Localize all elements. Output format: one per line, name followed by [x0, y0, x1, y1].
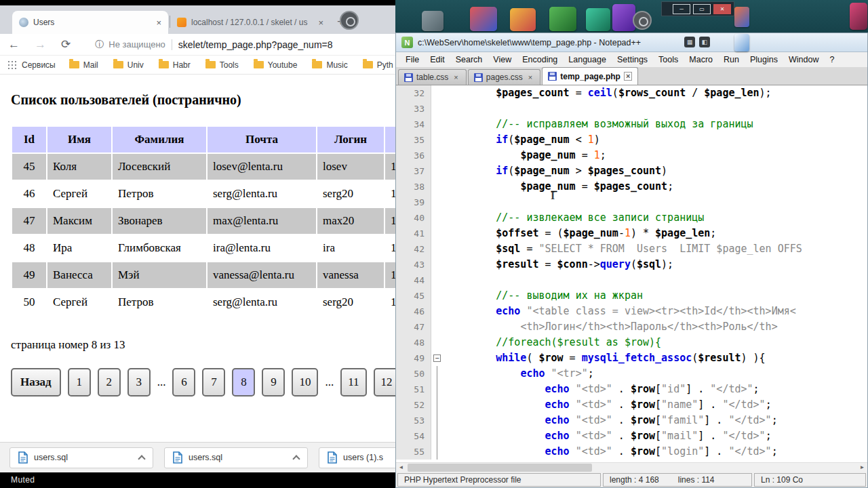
notepadpp-titlebar[interactable]: N c:\WebServ\home\skelet\www\temp_page.p…	[396, 33, 867, 52]
bookmark-folder[interactable]: Youtube	[254, 60, 298, 70]
pagination-page-button[interactable]: 9	[262, 368, 285, 396]
code-line[interactable]: 40 //-- извлекаем все записи страницы	[396, 210, 867, 226]
bookmark-folder[interactable]: Tools	[205, 60, 239, 70]
pagination-back-button[interactable]: Назад	[11, 368, 61, 396]
bookmark-folder[interactable]: Mail	[69, 60, 98, 70]
bookmark-folder[interactable]: Univ	[113, 60, 144, 70]
code-line[interactable]: 36 $page_num = 1;	[396, 148, 867, 163]
chevron-up-icon[interactable]	[292, 455, 300, 462]
browser-tab-phpmyadmin[interactable]: localhost / 127.0.0.1 / skelet / us ×	[170, 11, 330, 34]
code-line[interactable]: 32 $pages_count = ceil($rows_count / $pa…	[396, 85, 867, 101]
code-line[interactable]: 33	[396, 101, 867, 117]
minimize-button[interactable]: ─	[673, 4, 690, 14]
code-line[interactable]: 39	[396, 195, 867, 210]
scroll-left-icon[interactable]: ◄	[396, 463, 406, 472]
bookmark-folder[interactable]: Music	[312, 60, 347, 70]
overlay-toolbar-icon-1[interactable]: ▦	[684, 37, 695, 47]
tab-close-icon[interactable]: ×	[156, 18, 161, 27]
bookmark-folder[interactable]: Pyth	[363, 60, 393, 70]
reload-icon[interactable]: ⟳	[61, 37, 71, 52]
maximize-button[interactable]: ▭	[693, 4, 711, 14]
code-editor[interactable]: 32 $pages_count = ceil($rows_count / $pa…	[396, 85, 867, 462]
pagination-page-button[interactable]: 8	[232, 368, 255, 396]
menu-view[interactable]: View	[488, 54, 517, 66]
code-line[interactable]: 45 //-- выводим их на жкран	[396, 288, 867, 304]
code-line[interactable]: 43 $result = $conn->query($sql);	[396, 257, 867, 272]
menu-encoding[interactable]: Encoding	[517, 54, 563, 66]
security-label[interactable]: Не защищено	[108, 39, 165, 49]
pagination-page-button[interactable]: 6	[172, 368, 195, 396]
pagination-page-button[interactable]: 2	[98, 368, 121, 396]
horizontal-scrollbar[interactable]: ◄ ►	[396, 462, 867, 472]
download-item[interactable]: users.sql	[9, 447, 153, 468]
editor-tab[interactable]: temp_page.php×	[542, 67, 638, 85]
fold-collapse-icon[interactable]: −	[433, 354, 441, 362]
code-line[interactable]: 51 echo "<td>" . $row["id"] . "</td>";	[396, 382, 867, 397]
code-line[interactable]: 52 echo "<td>" . $row["name"] . "</td>";	[396, 397, 867, 413]
close-button[interactable]: ✕	[713, 4, 731, 14]
url-text[interactable]: skelet/temp_page.php?page_num=8	[178, 39, 333, 50]
menu-run[interactable]: Run	[718, 54, 745, 66]
code-line[interactable]: 42 $sql = "SELECT * FROM Users LIMIT $pa…	[396, 241, 867, 257]
menu-window[interactable]: Window	[783, 54, 824, 66]
code-line[interactable]: 38 $page_num = $pages_count;	[396, 179, 867, 195]
scrollbar-thumb[interactable]	[408, 464, 592, 472]
code-line[interactable]: 50 echo "<tr>";	[396, 366, 867, 382]
pagination-page-button[interactable]: 7	[202, 368, 225, 396]
code-line[interactable]: 55 echo "<td>" . $row["login"] . "</td>"…	[396, 444, 867, 460]
menu-macro[interactable]: Macro	[684, 54, 718, 66]
editor-tab[interactable]: pages.css×	[468, 69, 540, 85]
tab-close-icon[interactable]: ×	[318, 18, 323, 27]
menu-settings[interactable]: Settings	[612, 54, 653, 66]
tab-close-icon[interactable]: ×	[624, 72, 632, 81]
recorder-overlay-button[interactable]	[340, 11, 359, 30]
overlay-icon-1[interactable]	[734, 7, 749, 27]
menu-tools[interactable]: Tools	[653, 54, 684, 66]
menu-help[interactable]: ?	[824, 54, 840, 66]
overlay-icon-2[interactable]	[734, 34, 749, 52]
desktop-icon-7[interactable]	[850, 3, 867, 30]
menu-language[interactable]: Language	[563, 54, 612, 66]
overlay-toolbar-icon-2[interactable]: ◧	[699, 37, 710, 47]
pagination-page-button[interactable]: 12	[374, 368, 395, 396]
menu-plugins[interactable]: Plugins	[745, 54, 783, 66]
code-line[interactable]: 46 echo "<table class = view><tr><th>Id<…	[396, 304, 867, 319]
desktop-icon-5[interactable]	[586, 8, 610, 31]
editor-tab[interactable]: table.css×	[398, 69, 467, 85]
code-line[interactable]: 47 <th>Логин</th><th>Пароль</th><th>Роль…	[396, 319, 867, 335]
menu-edit[interactable]: Edit	[425, 54, 450, 66]
code-line[interactable]: 37 if($page_num > $pages_count)	[396, 163, 867, 179]
desktop-icon-4[interactable]	[549, 7, 576, 31]
code-line[interactable]: 54 echo "<td>" . $row["mail"] . "</td>";	[396, 428, 867, 444]
desktop-icon-6[interactable]	[612, 4, 635, 31]
scroll-right-icon[interactable]: ►	[857, 463, 867, 472]
download-item[interactable]: users (1).s	[319, 447, 395, 468]
recorder-overlay-button[interactable]	[633, 11, 652, 30]
code-line[interactable]: 48 //foreach($result as $row){	[396, 335, 867, 350]
code-token: //foreach($result as $row){	[496, 336, 661, 348]
desktop-icon-2[interactable]	[470, 7, 497, 31]
pagination-page-button[interactable]: 11	[340, 368, 366, 396]
menu-search[interactable]: Search	[450, 54, 488, 66]
code-line[interactable]: 49− while( $row = mysqli_fetch_assoc($re…	[396, 350, 867, 366]
tab-close-icon[interactable]: ×	[452, 73, 460, 82]
browser-tab-users[interactable]: Users ×	[12, 11, 168, 34]
tab-close-icon[interactable]: ×	[526, 73, 534, 82]
code-line[interactable]: 53 echo "<td>" . $row["famil"] . "</td>"…	[396, 413, 867, 428]
bookmark-folder[interactable]: Habr	[159, 60, 191, 70]
desktop-icon-3[interactable]	[510, 8, 536, 31]
download-item[interactable]: users.sql	[164, 447, 308, 468]
back-icon[interactable]: ←	[8, 38, 20, 52]
pagination-page-button[interactable]: 10	[292, 368, 318, 396]
pagination-page-button[interactable]: 3	[127, 368, 151, 396]
desktop-icon-1[interactable]	[422, 11, 443, 31]
code-line[interactable]: 41 $offset = ($page_num-1) * $page_len;	[396, 226, 867, 241]
code-line[interactable]: 34 //-- исправляем возможный выход за гр…	[396, 117, 867, 132]
apps-shortcut[interactable]: Сервисы	[8, 60, 56, 70]
menu-file[interactable]: File	[400, 54, 425, 66]
code-line[interactable]: 44	[396, 272, 867, 288]
pagination-page-button[interactable]: 1	[68, 368, 91, 396]
chevron-up-icon[interactable]	[138, 455, 145, 462]
code-line[interactable]: 35 if($page_num < 1)	[396, 132, 867, 148]
not-secure-icon[interactable]: ⓘ	[95, 39, 104, 51]
